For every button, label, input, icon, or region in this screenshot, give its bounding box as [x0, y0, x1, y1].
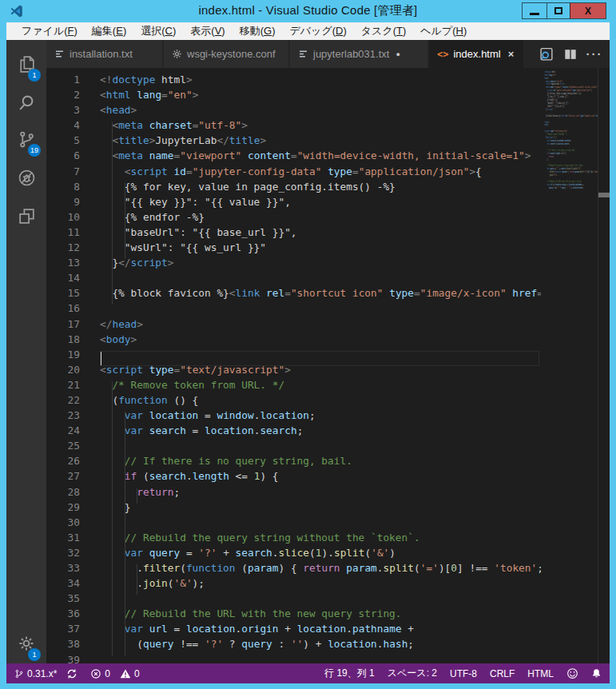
code-line[interactable]: <!doctype html>: [100, 72, 541, 87]
code-line[interactable]: {% block favicon %}<link rel="shortcut i…: [100, 285, 541, 301]
code-line[interactable]: // If there is no query string, bail.: [100, 453, 541, 468]
status-errors[interactable]: 0: [90, 668, 110, 679]
status-indentation[interactable]: スペース: 2: [387, 667, 437, 680]
code-line[interactable]: var search = location.search;: [100, 423, 541, 438]
conf-gear-icon: [172, 49, 182, 59]
code-line[interactable]: if (search.length <= 1) {: [100, 468, 541, 484]
code-line[interactable]: var query = '?' + search.slice(1).split(…: [100, 545, 541, 560]
line-number: 2: [46, 87, 80, 102]
tab-close-icon[interactable]: ×: [508, 48, 515, 60]
status-notifications[interactable]: [591, 667, 602, 679]
code-line[interactable]: var url = location.origin + location.pat…: [100, 621, 541, 636]
minimize-button[interactable]: [523, 3, 546, 18]
code-line[interactable]: <body>: [100, 332, 541, 347]
activity-extensions[interactable]: [6, 200, 46, 235]
code-line[interactable]: /* Remove token from URL. */: [100, 377, 541, 392]
open-preview-icon[interactable]: [535, 40, 558, 68]
tab-jupyterlab031.txt[interactable]: jupyterlab031.txt●: [290, 40, 427, 68]
minimap[interactable]: <!doctype html><html lang="en"><head> <m…: [542, 68, 598, 663]
code-line[interactable]: (query !== '?' ? query : '') + location.…: [100, 636, 541, 651]
close-button[interactable]: X: [570, 3, 606, 18]
status-git-branch[interactable]: 0.31.x*: [14, 668, 57, 679]
activity-explorer[interactable]: 1: [6, 48, 46, 83]
line-number: 27: [46, 468, 80, 484]
scrollbar-thumb[interactable]: [598, 193, 610, 197]
activity-search[interactable]: [6, 86, 46, 121]
warning-icon: [120, 668, 131, 679]
code-line[interactable]: <meta charset="utf-8">: [100, 117, 541, 133]
status-cursor-position[interactable]: 行 19、列 1: [324, 667, 375, 680]
menu-g[interactable]: 移動(G): [232, 22, 283, 40]
status-bar-left: 0.31.x*00: [6, 663, 149, 683]
line-number: 14: [46, 270, 80, 285]
code-line[interactable]: .filter(function (param) { return param.…: [100, 560, 541, 575]
status-encoding[interactable]: UTF-8: [450, 668, 477, 679]
status-bar-right: 行 19、列 1スペース: 2UTF-8CRLFHTML: [312, 663, 610, 683]
line-number: 19: [46, 347, 80, 362]
code-line[interactable]: [100, 301, 541, 316]
tab-wsgi-keystone.conf[interactable]: wsgi-keystone.conf: [164, 40, 288, 68]
status-warnings[interactable]: 0: [120, 668, 140, 679]
code-line[interactable]: [100, 438, 541, 453]
code-line[interactable]: "wsUrl": "{{ ws_url }}": [100, 240, 541, 255]
activity-settings[interactable]: 1: [6, 627, 46, 663]
code-line[interactable]: <head>: [100, 102, 541, 117]
modified-dot-icon: ●: [395, 50, 399, 58]
code-line[interactable]: <script id="jupyter-config-data" type="a…: [100, 164, 541, 179]
tab-installation.txt[interactable]: installation.txt: [46, 40, 162, 68]
code-line[interactable]: <meta name="viewport" content="width=dev…: [100, 148, 541, 163]
code-line[interactable]: // Rebuild the URL with the new query st…: [100, 606, 541, 621]
status-eol[interactable]: CRLF: [490, 668, 515, 679]
menu-d[interactable]: デバッグ(D): [282, 22, 353, 40]
code-line[interactable]: "baseUrl": "{{ base_url }}",: [100, 225, 541, 240]
menu-v[interactable]: 表示(V): [183, 22, 232, 40]
vertical-scrollbar[interactable]: [598, 68, 610, 663]
tab-label: index.html: [453, 48, 500, 60]
menu-f[interactable]: ファイル(F): [14, 22, 85, 40]
menu-e[interactable]: 編集(E): [85, 22, 133, 40]
error-icon: [90, 668, 101, 679]
code-area[interactable]: <!doctype html><html lang="en"><head> <m…: [100, 72, 541, 663]
code-line[interactable]: (function () {: [100, 392, 541, 408]
code-line[interactable]: [100, 270, 541, 285]
code-line[interactable]: [100, 591, 541, 606]
menu-bar: ファイル(F)編集(E)選択(C)表示(V)移動(G)デバッグ(D)タスク(T)…: [6, 22, 610, 40]
activity-debug[interactable]: [6, 161, 46, 197]
line-number: 3: [46, 102, 80, 117]
indent-guide: [112, 121, 113, 305]
code-line[interactable]: <html lang="en">: [100, 87, 541, 102]
code-line[interactable]: return;: [100, 484, 541, 500]
split-editor-icon[interactable]: [558, 40, 582, 68]
code-line[interactable]: }: [100, 500, 541, 515]
code-line[interactable]: {% for key, value in page_config.items()…: [100, 179, 541, 194]
tab-index.html[interactable]: <>index.html×: [429, 40, 523, 68]
menu-c[interactable]: 選択(C): [133, 22, 183, 40]
code-line[interactable]: // Rebuild the query string without the …: [100, 530, 541, 545]
status-language-mode[interactable]: HTML: [527, 668, 554, 679]
code-line[interactable]: var location = window.location;: [100, 408, 541, 423]
code-line[interactable]: [100, 652, 541, 663]
menu-h[interactable]: ヘルプ(H): [413, 22, 474, 40]
menu-t[interactable]: タスク(T): [354, 22, 414, 40]
text-cursor: [101, 352, 102, 365]
line-number: 17: [46, 317, 80, 332]
status-errors-text: 0: [105, 668, 110, 679]
activity-source-control[interactable]: 19: [6, 123, 46, 158]
line-number: 24: [46, 423, 80, 438]
code-line[interactable]: <title>JupyterLab</title>: [100, 133, 541, 148]
code-line[interactable]: }</script>: [100, 255, 541, 270]
status-sync[interactable]: [66, 668, 81, 679]
code-line[interactable]: .join('&');: [100, 575, 541, 591]
line-number: 12: [46, 240, 80, 255]
status-feedback[interactable]: [566, 667, 578, 679]
code-line[interactable]: </head>: [100, 317, 541, 332]
maximize-button[interactable]: [546, 3, 570, 18]
window-controls: X: [522, 2, 606, 19]
explorer-badge: 1: [28, 69, 41, 82]
line-number: 30: [46, 515, 80, 530]
code-line[interactable]: {% endfor -%}: [100, 209, 541, 225]
more-actions-icon[interactable]: ···: [582, 40, 606, 68]
code-line[interactable]: "{{ key }}": "{{ value }}",: [100, 194, 541, 209]
code-line[interactable]: [100, 515, 541, 530]
editor[interactable]: 1234567891011121314151617181920212223242…: [46, 68, 610, 663]
